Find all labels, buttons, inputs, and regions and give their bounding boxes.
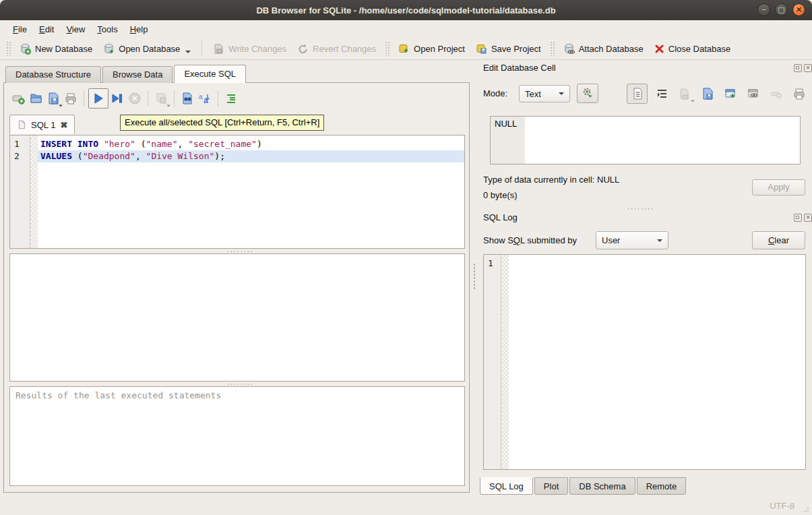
chevron-down-icon (559, 92, 564, 95)
toolbar-separator (174, 90, 175, 107)
dock-tab-sql-log[interactable]: SQL Log (480, 477, 533, 495)
mode-select[interactable]: Text (519, 85, 570, 102)
editor-splitter-handle[interactable] (226, 250, 253, 253)
editor-fold-margin (30, 135, 38, 248)
remove-cell-button[interactable] (767, 85, 785, 103)
dock-tab-plot[interactable]: Plot (534, 477, 568, 495)
auto-mode-button[interactable] (577, 84, 598, 103)
tab-execute-sql[interactable]: Execute SQL (174, 65, 246, 83)
stop-button[interactable] (126, 90, 144, 107)
maximize-button[interactable]: ▢ (775, 3, 788, 16)
dropdown-caret-icon[interactable] (691, 100, 695, 102)
menu-help[interactable]: Help (124, 22, 154, 36)
tab-database-structure[interactable]: Database Structure (5, 66, 101, 83)
float-dock-icon[interactable] (794, 214, 802, 222)
results-splitter-handle[interactable] (226, 383, 253, 386)
sql-editor-tabbar: SQL 1 ✖ (9, 115, 75, 134)
show-sql-label: Show SQL submitted by (483, 235, 577, 245)
code-line[interactable]: VALUES ("Deadpond", "Dive Wilson"); (38, 150, 464, 162)
find-button[interactable] (179, 90, 196, 107)
cell-type-label: Type of data currently in cell: NULL (483, 175, 619, 185)
cell-editor-box[interactable]: NULL (490, 116, 801, 164)
app-window: DB Browser for SQLite - /home/user/code/… (0, 0, 812, 515)
write-changes-button[interactable]: Write Changes (208, 40, 292, 57)
dock-splitter-handle[interactable] (473, 263, 476, 290)
indent-icon (224, 92, 238, 105)
open-database-button[interactable]: Open Database (98, 40, 196, 57)
dock-h-splitter-handle[interactable] (627, 208, 654, 210)
save-sql-file-icon (46, 92, 60, 105)
editor-code-area[interactable]: INSERT INTO "hero" ("name", "secret_name… (38, 135, 464, 248)
submitted-by-select[interactable]: User (596, 231, 668, 249)
attach-database-button[interactable]: Attach Database (558, 40, 649, 57)
apply-button[interactable]: Apply (752, 179, 805, 195)
print-button[interactable] (62, 90, 80, 107)
print-button[interactable] (790, 85, 808, 103)
open-sql-file-icon (29, 92, 42, 105)
close-database-button[interactable]: Close Database (649, 41, 737, 57)
toolbar-grip (385, 41, 389, 56)
float-dock-icon[interactable] (794, 64, 802, 72)
titlebar[interactable]: DB Browser for SQLite - /home/user/code/… (0, 0, 812, 20)
tab-sql-1[interactable]: SQL 1 ✖ (9, 115, 75, 134)
clear-button[interactable]: Clear (752, 231, 805, 249)
open-sql-file-button[interactable] (27, 90, 44, 107)
link-cell-button[interactable] (744, 85, 762, 103)
menu-file[interactable]: File (7, 22, 33, 36)
execute-all-icon (92, 92, 105, 105)
window-controls: − ▢ ✕ (757, 3, 805, 16)
execute-line-button[interactable] (108, 90, 126, 107)
code-token: VALUES (40, 151, 72, 161)
print-icon (64, 92, 77, 105)
sql-editor[interactable]: 12 INSERT INTO "hero" ("name", "secret_n… (9, 135, 465, 249)
format-sql-icon: aa (198, 92, 212, 105)
line-number: 2 (10, 150, 30, 162)
close-tab-icon[interactable]: ✖ (60, 120, 67, 130)
export-cell-button[interactable] (698, 85, 716, 103)
dock-tab-bar: SQL LogPlotDB SchemaRemote (480, 477, 687, 495)
code-token: "secret_name" (188, 139, 257, 149)
code-line[interactable]: INSERT INTO "hero" ("name", "secret_name… (38, 138, 464, 150)
dock-tab-remote[interactable]: Remote (637, 477, 687, 495)
menu-tools[interactable]: Tools (91, 22, 123, 36)
menu-view[interactable]: View (60, 22, 91, 36)
resize-grip[interactable] (801, 504, 810, 513)
close-dock-icon[interactable]: ✕ (804, 214, 812, 222)
dropdown-caret-icon[interactable] (185, 51, 191, 53)
text-mode-button[interactable] (627, 84, 648, 104)
tab-browse-data[interactable]: Browse Data (102, 66, 173, 83)
export-results-button[interactable] (152, 90, 170, 107)
dock-tab-db-schema[interactable]: DB Schema (569, 477, 635, 495)
toolbar-button-label: Write Changes (228, 44, 286, 54)
dropdown-caret-icon[interactable] (166, 105, 170, 107)
cell-content: NULL (495, 119, 517, 129)
execute-all-button[interactable] (88, 88, 108, 109)
close-dock-icon[interactable]: ✕ (804, 64, 812, 72)
close-database-icon (654, 44, 664, 54)
chevron-down-icon (657, 239, 662, 242)
cell-edit-area[interactable] (525, 117, 800, 164)
menu-edit[interactable]: Edit (33, 22, 60, 36)
log-fold-margin (501, 255, 509, 469)
word-wrap-button[interactable] (652, 85, 670, 103)
new-tab-icon (11, 92, 25, 105)
open-external-button[interactable] (721, 85, 739, 103)
save-sql-file-button[interactable] (44, 90, 62, 107)
new-tab-button[interactable] (9, 90, 27, 107)
format-sql-button[interactable]: aa (196, 90, 214, 107)
sql-log-dock-buttons: ✕ (794, 214, 812, 222)
import-cell-button[interactable] (675, 85, 693, 103)
execute-line-icon (111, 92, 124, 105)
save-project-button[interactable]: Save Project (470, 40, 546, 57)
indent-button[interactable] (222, 90, 240, 107)
code-token (98, 139, 104, 149)
open-project-button[interactable]: Open Project (393, 40, 470, 57)
toolbar-button-label: Save Project (491, 44, 541, 54)
close-button[interactable]: ✕ (792, 3, 805, 16)
write-changes-icon (213, 43, 224, 55)
minimize-button[interactable]: − (757, 3, 770, 16)
revert-changes-button[interactable]: Revert Changes (292, 40, 381, 57)
link-cell-icon (747, 87, 760, 100)
new-database-button[interactable]: New Database (14, 40, 98, 57)
open-project-icon (398, 43, 410, 55)
